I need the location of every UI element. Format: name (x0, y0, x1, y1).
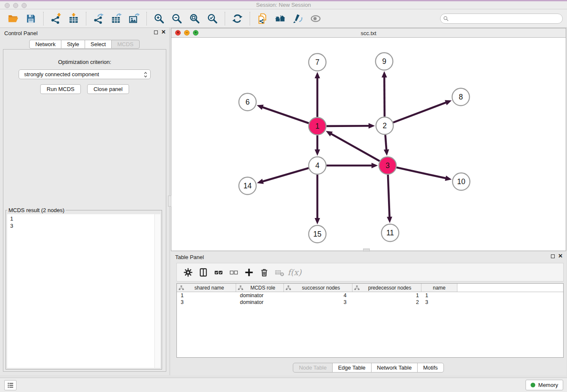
cell-predecessor-nodes[interactable]: 1 (352, 292, 421, 299)
column-header-mcds-role[interactable]: MCDS role (236, 284, 284, 292)
tab-mcds[interactable]: MCDS (111, 40, 139, 49)
network-window-title: scc.txt (171, 30, 566, 36)
graph-edge-arrow-2-3 (384, 149, 389, 156)
unselect-all-columns-button[interactable] (226, 265, 241, 280)
table-panel: Table Panel ✕ f(x) shared nameMCDS roles… (171, 252, 566, 375)
graph-node-9[interactable]: 9 (376, 53, 393, 70)
zoom-in-button[interactable] (152, 11, 166, 26)
select-all-columns-button[interactable] (211, 265, 226, 280)
export-network-button[interactable] (92, 11, 105, 26)
graph-node-6[interactable]: 6 (239, 94, 256, 111)
delete-table-button (272, 265, 287, 280)
tree-icon (179, 285, 184, 290)
network-canvas[interactable]: 7968124314101511 (171, 38, 566, 251)
graph-edge-3-10[interactable] (396, 168, 446, 179)
optimization-criterion-select[interactable]: strongly connected component (19, 69, 151, 79)
column-header-shared-name[interactable]: shared name (177, 284, 236, 292)
window-titlebar: Session: New Session (0, 0, 567, 9)
zoom-out-icon (171, 13, 182, 24)
import-network-button[interactable] (49, 11, 63, 26)
graph-edge-3-1[interactable] (330, 134, 380, 161)
panel-splitter-handle-horizontal[interactable] (363, 248, 370, 251)
cell-shared-name[interactable]: 1 (177, 292, 236, 299)
search-input[interactable] (440, 14, 563, 24)
graph-node-2[interactable]: 2 (376, 117, 394, 135)
home-button[interactable] (273, 11, 287, 26)
mcds-panel: Optimization criterion: strongly connect… (3, 49, 166, 372)
table-row-1[interactable]: 1dominator411 (177, 292, 563, 299)
graph-edge-4-14[interactable] (262, 168, 309, 182)
graph-node-15[interactable]: 15 (309, 226, 326, 243)
tab-node-table[interactable]: Node Table (293, 363, 333, 373)
application-window: Session: New Session Control Panel ✕ Net… (0, 0, 567, 392)
save-session-button[interactable] (24, 11, 38, 26)
cell-predecessor-nodes[interactable]: 2 (352, 299, 421, 306)
tab-network-table[interactable]: Network Table (371, 363, 418, 373)
graph-node-8[interactable]: 8 (452, 88, 470, 106)
graph-edge-2-8[interactable] (393, 102, 446, 123)
result-scrollbar[interactable] (154, 214, 160, 368)
tab-motifs[interactable]: Motifs (417, 363, 444, 373)
graph-node-14[interactable]: 14 (239, 177, 256, 195)
table-options-button[interactable] (180, 265, 195, 280)
column-header-name[interactable]: name (421, 284, 457, 292)
cell-mcds-role[interactable]: dominator (236, 292, 284, 299)
float-table-panel-icon[interactable] (551, 254, 555, 258)
column-header-successor-nodes[interactable]: successor nodes (284, 284, 352, 292)
tab-select[interactable]: Select (85, 40, 112, 49)
open-session-button[interactable] (6, 11, 20, 26)
style-icon (292, 13, 303, 24)
cell-shared-name[interactable]: 3 (177, 299, 236, 306)
close-table-panel-icon[interactable]: ✕ (558, 254, 563, 259)
toolbar-buttons (4, 9, 325, 28)
cell-successor-nodes[interactable]: 3 (284, 299, 352, 306)
graph-edge-3-11[interactable] (388, 174, 390, 218)
create-column-button[interactable] (241, 265, 256, 280)
graph-edge-2-3[interactable] (385, 135, 387, 150)
plus-icon (244, 268, 254, 277)
graph-node-7[interactable]: 7 (309, 54, 326, 71)
close-panel-icon[interactable]: ✕ (161, 30, 166, 35)
graph-node-4[interactable]: 4 (309, 157, 326, 174)
clone-network-icon (257, 13, 268, 24)
cell-successor-nodes[interactable]: 4 (284, 292, 352, 299)
style-button[interactable] (291, 11, 305, 26)
graph-node-1[interactable]: 1 (309, 118, 326, 135)
import-table-button[interactable] (67, 11, 80, 26)
control-panel-tabs: NetworkStyleSelectMCDS (0, 40, 169, 49)
graph-edge-arrow-1-4 (315, 149, 320, 156)
cell-mcds-role[interactable]: dominator (236, 299, 284, 306)
run-mcds-button[interactable]: Run MCDS (40, 84, 81, 94)
export-image-button[interactable] (127, 11, 141, 26)
clone-network-button[interactable] (256, 11, 269, 26)
cell-name[interactable]: 1 (421, 292, 457, 299)
delete-columns-button[interactable] (256, 265, 272, 280)
automation-panel-button[interactable] (4, 380, 17, 390)
graph-edge-arrow-3-10 (445, 176, 452, 181)
refresh-button[interactable] (231, 11, 244, 26)
graph-edge-1-2[interactable] (326, 126, 369, 126)
tab-edge-table[interactable]: Edge Table (332, 363, 372, 373)
tab-network[interactable]: Network (29, 40, 61, 49)
panel-splitter-handle-vertical[interactable] (168, 196, 171, 207)
float-panel-icon[interactable] (154, 30, 158, 34)
graph-node-10[interactable]: 10 (453, 173, 470, 190)
memory-button[interactable]: Memory (526, 380, 563, 390)
column-header-predecessor-nodes[interactable]: predecessor nodes (352, 284, 421, 292)
graph-edge-arrow-3-11 (387, 217, 392, 223)
graph-edge-2-9[interactable] (384, 77, 385, 117)
export-table-button[interactable] (110, 11, 123, 26)
select-stepper-icon (143, 71, 148, 78)
graph-node-3[interactable]: 3 (379, 157, 396, 174)
show-column-button[interactable] (195, 265, 211, 280)
cell-name[interactable]: 3 (421, 299, 457, 306)
mcds-result-list[interactable]: 1 3 (7, 214, 160, 368)
zoom-out-button[interactable] (170, 11, 184, 26)
table-row-2[interactable]: 3dominator323 (177, 299, 563, 306)
tab-style[interactable]: Style (61, 40, 85, 49)
graph-edge-1-6[interactable] (262, 107, 309, 123)
graph-node-11[interactable]: 11 (382, 224, 399, 242)
close-panel-button[interactable]: Close panel (87, 84, 129, 94)
zoom-selected-button[interactable] (206, 11, 219, 26)
zoom-fit-button[interactable] (188, 11, 201, 26)
